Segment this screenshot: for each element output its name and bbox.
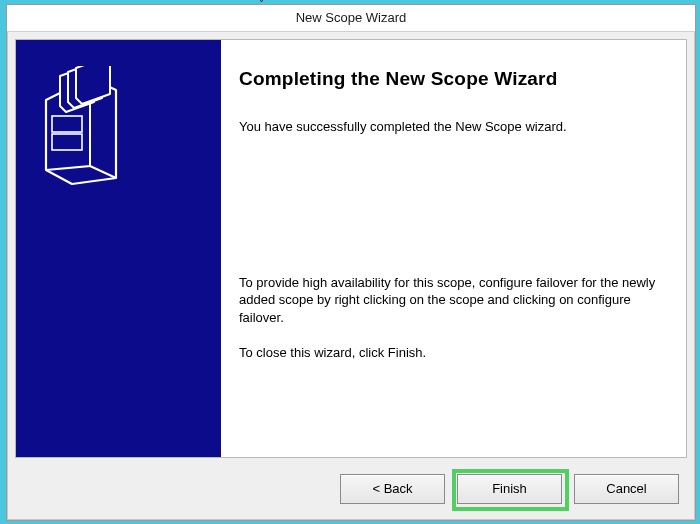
window-title: New Scope Wizard	[296, 10, 407, 25]
success-message: You have successfully completed the New …	[239, 118, 660, 136]
close-instruction: To close this wizard, click Finish.	[239, 344, 660, 362]
wizard-main-panel: Completing the New Scope Wizard You have…	[221, 40, 686, 457]
failover-note: To provide high availability for this sc…	[239, 274, 660, 327]
wizard-window: New Scope Wizard	[6, 4, 696, 521]
server-tower-icon	[42, 66, 122, 189]
cancel-button[interactable]: Cancel	[574, 474, 679, 504]
wizard-sidebar	[16, 40, 221, 457]
titlebar: New Scope Wizard	[7, 5, 695, 32]
back-button[interactable]: < Back	[340, 474, 445, 504]
finish-button[interactable]: Finish	[457, 474, 562, 504]
spacer	[239, 136, 660, 274]
wizard-client-area: Completing the New Scope Wizard You have…	[15, 39, 687, 458]
wizard-button-row: < Back Finish Cancel	[340, 474, 679, 504]
wizard-heading: Completing the New Scope Wizard	[239, 68, 660, 90]
